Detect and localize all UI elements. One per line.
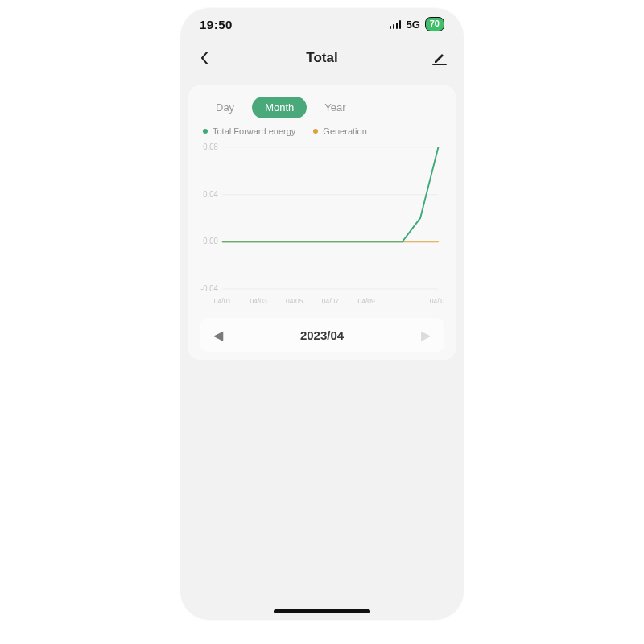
range-tabs: Day Month Year xyxy=(200,97,444,126)
status-bar: 19:50 5G 70 xyxy=(180,8,464,40)
home-indicator xyxy=(274,609,370,613)
phone-frame: 19:50 5G 70 Total Day Month xyxy=(180,8,464,620)
svg-text:04/07: 04/07 xyxy=(322,297,339,305)
svg-text:0.00: 0.00 xyxy=(203,237,218,246)
legend-dot-forward xyxy=(203,129,208,134)
svg-text:04/09: 04/09 xyxy=(357,297,374,305)
back-button[interactable] xyxy=(195,48,214,68)
line-chart: -0.040.000.040.0804/0104/0304/0504/0704/… xyxy=(200,142,444,312)
edit-button[interactable] xyxy=(430,48,449,68)
signal-icon xyxy=(390,20,402,29)
date-picker-label: 2023/04 xyxy=(300,328,344,342)
svg-text:0.08: 0.08 xyxy=(203,142,217,151)
svg-text:04/01: 04/01 xyxy=(214,297,231,305)
chart-legend: Total Forward energy Generation xyxy=(200,126,444,142)
status-right: 5G 70 xyxy=(390,17,444,31)
status-time: 19:50 xyxy=(200,18,233,31)
prev-month-button[interactable]: ◀ xyxy=(211,328,225,343)
svg-text:04/05: 04/05 xyxy=(286,297,303,305)
chart-card: Day Month Year Total Forward energy Gene… xyxy=(188,85,456,360)
chevron-left-icon xyxy=(199,51,210,65)
page-title: Total xyxy=(180,50,464,66)
legend-item-forward: Total Forward energy xyxy=(203,126,295,136)
nav-bar: Total xyxy=(180,43,464,72)
next-month-button[interactable]: ▶ xyxy=(419,328,433,343)
tab-day[interactable]: Day xyxy=(203,97,247,118)
battery-icon: 70 xyxy=(425,17,444,31)
legend-item-generation: Generation xyxy=(313,126,366,136)
legend-label-generation: Generation xyxy=(323,126,366,136)
network-label: 5G xyxy=(406,19,419,31)
svg-text:04/13: 04/13 xyxy=(430,297,444,305)
date-picker: ◀ 2023/04 ▶ xyxy=(200,318,444,352)
legend-dot-generation xyxy=(313,129,318,134)
svg-text:-0.04: -0.04 xyxy=(200,284,218,293)
tab-month[interactable]: Month xyxy=(252,97,307,118)
pencil-icon xyxy=(432,51,447,65)
tab-year[interactable]: Year xyxy=(312,97,358,118)
svg-text:04/03: 04/03 xyxy=(250,297,266,305)
legend-label-forward: Total Forward energy xyxy=(213,126,295,136)
svg-text:0.04: 0.04 xyxy=(203,189,218,198)
chart-area: -0.040.000.040.0804/0104/0304/0504/0704/… xyxy=(200,142,444,312)
